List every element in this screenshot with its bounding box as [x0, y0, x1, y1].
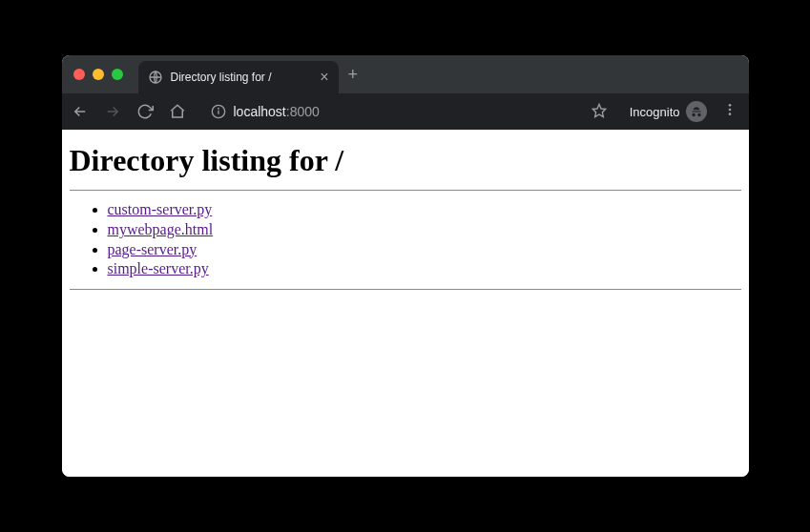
tab-title: Directory listing for / — [171, 71, 313, 84]
svg-point-6 — [728, 109, 731, 112]
window-controls — [73, 69, 123, 80]
divider — [70, 190, 741, 191]
page-title: Directory listing for / — [70, 143, 741, 178]
file-link[interactable]: simple-server.py — [108, 260, 209, 276]
file-link[interactable]: page-server.py — [108, 241, 197, 257]
browser-window: Directory listing for / × + localhost:80… — [62, 55, 749, 477]
page-content: Directory listing for / custom-server.py… — [62, 130, 749, 477]
menu-button[interactable] — [718, 102, 741, 121]
maximize-window-button[interactable] — [112, 69, 123, 80]
incognito-label: Incognito — [630, 105, 680, 119]
forward-button[interactable] — [102, 101, 123, 122]
browser-tab[interactable]: Directory listing for / × — [138, 61, 339, 93]
list-item: page-server.py — [108, 240, 741, 260]
toolbar: localhost:8000 Incognito — [62, 93, 749, 130]
tab-bar: Directory listing for / × + — [62, 55, 749, 93]
close-tab-icon[interactable]: × — [320, 70, 328, 85]
home-button[interactable] — [167, 101, 188, 122]
incognito-indicator: Incognito — [630, 101, 707, 122]
url-port: :8000 — [286, 104, 320, 119]
svg-marker-4 — [592, 104, 605, 116]
divider — [70, 289, 741, 290]
globe-icon — [148, 70, 163, 85]
file-link[interactable]: mywebpage.html — [108, 221, 214, 237]
back-button[interactable] — [70, 101, 91, 122]
file-link[interactable]: custom-server.py — [108, 201, 213, 217]
address-bar[interactable]: localhost:8000 — [199, 98, 618, 125]
incognito-icon — [686, 101, 707, 122]
svg-point-5 — [728, 104, 731, 107]
list-item: custom-server.py — [108, 200, 741, 220]
file-list: custom-server.pymywebpage.htmlpage-serve… — [70, 200, 741, 279]
list-item: mywebpage.html — [108, 220, 741, 240]
new-tab-button[interactable]: + — [348, 65, 359, 85]
site-info-icon[interactable] — [211, 104, 226, 119]
minimize-window-button[interactable] — [93, 69, 104, 80]
list-item: simple-server.py — [108, 259, 741, 279]
url-text: localhost:8000 — [234, 104, 320, 119]
reload-button[interactable] — [135, 101, 156, 122]
svg-point-7 — [728, 113, 731, 115]
url-host: localhost — [234, 104, 286, 119]
bookmark-star-icon[interactable] — [592, 103, 607, 121]
close-window-button[interactable] — [73, 69, 85, 80]
svg-point-3 — [218, 108, 218, 109]
